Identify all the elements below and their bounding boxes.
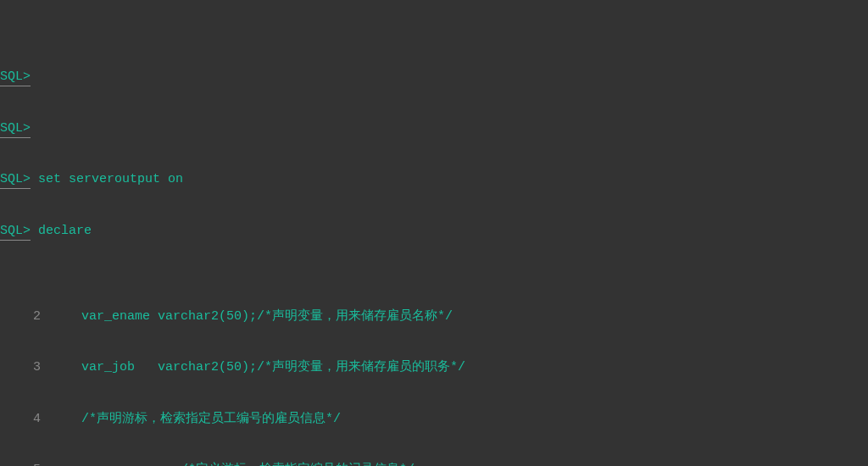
- code-text: /*声明游标，检索指定员工编号的雇员信息*/: [51, 411, 341, 428]
- line-number: 5: [0, 462, 51, 466]
- prompt-line: SQL>: [0, 120, 868, 137]
- sql-prompt: SQL>: [0, 120, 31, 138]
- line-number: 3: [0, 359, 51, 376]
- code-text: var_job varchar2(50);/*声明变量，用来储存雇员的职务*/: [51, 359, 465, 376]
- sql-prompt: SQL>: [0, 171, 31, 189]
- sql-prompt: SQL>: [0, 223, 31, 241]
- code-line: 2 var_ename varchar2(50);/*声明变量，用来储存雇员名称…: [0, 308, 868, 325]
- prompt-line: SQL> set serveroutput on: [0, 171, 868, 188]
- line-number: 4: [0, 411, 51, 428]
- command-text: declare: [31, 223, 92, 240]
- code-text: cursor cur_emp /*定义游标，检索指定编号的记录信息*/: [51, 462, 415, 466]
- line-number: 2: [0, 308, 51, 325]
- code-line: 4 /*声明游标，检索指定员工编号的雇员信息*/: [0, 411, 868, 428]
- prompt-line: SQL>: [0, 69, 868, 86]
- code-line: 3 var_job varchar2(50);/*声明变量，用来储存雇员的职务*…: [0, 359, 868, 376]
- sql-prompt: SQL>: [0, 69, 31, 86]
- code-text: var_ename varchar2(50);/*声明变量，用来储存雇员名称*/: [51, 308, 453, 325]
- code-line: 5 cursor cur_emp /*定义游标，检索指定编号的记录信息*/: [0, 462, 868, 466]
- prompt-line: SQL> declare: [0, 223, 868, 240]
- terminal-window[interactable]: SQL> SQL> SQL> set serveroutput on SQL> …: [0, 0, 868, 466]
- command-text: set serveroutput on: [31, 171, 183, 188]
